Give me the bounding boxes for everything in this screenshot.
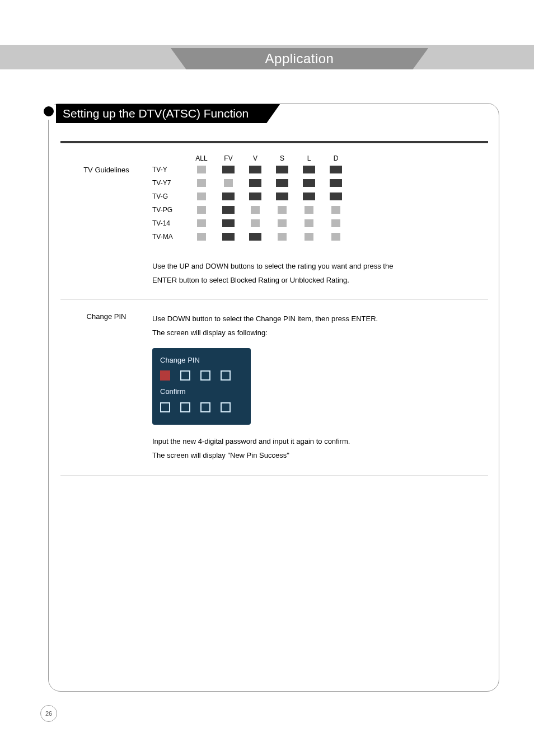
pin-panel-title: Change PIN: [160, 354, 243, 368]
rating-cell[interactable]: [296, 192, 322, 200]
table-row: TV-PG: [152, 206, 488, 214]
table-row: TV-Y7: [152, 179, 488, 187]
rating-cell[interactable]: [188, 192, 215, 200]
rating-cell[interactable]: [296, 166, 322, 173]
rating-cell[interactable]: [322, 206, 349, 214]
rating-cell[interactable]: [215, 233, 242, 241]
pin-entry-row: [160, 370, 243, 381]
rating-cell[interactable]: [215, 192, 242, 200]
unblocked-icon: [197, 219, 206, 227]
rating-cell[interactable]: [188, 166, 215, 173]
unblocked-icon: [305, 219, 313, 227]
change-pin-content: Use DOWN button to select the Change PIN…: [152, 312, 488, 462]
rating-cell[interactable]: [242, 179, 269, 187]
rating-cell[interactable]: [242, 192, 269, 200]
rating-cell[interactable]: [269, 192, 296, 200]
pin-line: Use DOWN button to select the Change PIN…: [152, 312, 488, 326]
rating-cell[interactable]: [269, 206, 296, 214]
unblocked-icon: [224, 179, 233, 187]
instruction-line: ENTER button to select Blocked Rating or…: [152, 274, 488, 288]
rating-cell[interactable]: [269, 179, 296, 187]
light-divider: [60, 475, 488, 476]
rating-cell[interactable]: [215, 219, 242, 227]
rating-row-label: TV-14: [152, 219, 188, 227]
rating-row-label: TV-G: [152, 192, 188, 200]
rating-cell[interactable]: [296, 233, 322, 241]
pin-digit-filled[interactable]: [160, 370, 170, 381]
blocked-icon: [276, 166, 288, 173]
unblocked-icon: [197, 179, 206, 187]
tv-guidelines-row: TV Guidelines ALL FV V S L D TV-YTV-Y7TV…: [60, 154, 488, 246]
tv-header-spacer: [152, 154, 188, 162]
section-bullet: [40, 103, 57, 120]
rating-cell[interactable]: [322, 192, 349, 200]
pin-digit-empty[interactable]: [180, 402, 190, 412]
rating-cell[interactable]: [215, 206, 242, 214]
rating-cell[interactable]: [322, 166, 349, 173]
tab-title: Application: [265, 51, 334, 67]
blocked-icon: [330, 166, 342, 173]
unblocked-icon: [251, 206, 260, 214]
rating-cell[interactable]: [296, 179, 322, 187]
table-row: TV-Y: [152, 166, 488, 173]
unblocked-icon: [197, 166, 206, 173]
tv-header-row: ALL FV V S L D: [152, 154, 488, 162]
rating-cell[interactable]: [242, 206, 269, 214]
section-title-bar: Setting up the DTV(ATSC) Function: [56, 104, 280, 123]
blocked-icon: [303, 192, 315, 200]
pin-after-line: The screen will display "New Pin Success…: [152, 449, 488, 463]
rating-cell[interactable]: [296, 219, 322, 227]
unblocked-icon: [331, 233, 340, 241]
blocked-icon: [222, 206, 235, 214]
col-header: V: [242, 154, 269, 162]
col-header: L: [296, 154, 322, 162]
blocked-icon: [330, 192, 342, 200]
rating-cell[interactable]: [215, 166, 242, 173]
unblocked-icon: [278, 206, 287, 214]
rating-cell[interactable]: [242, 219, 269, 227]
rating-cell[interactable]: [188, 206, 215, 214]
rating-row-label: TV-Y7: [152, 179, 188, 187]
unblocked-icon: [197, 192, 206, 200]
rating-cell[interactable]: [242, 233, 269, 241]
unblocked-icon: [331, 206, 340, 214]
rating-cell[interactable]: [296, 206, 322, 214]
pin-digit-empty[interactable]: [180, 370, 190, 381]
blocked-icon: [276, 192, 288, 200]
rating-cell[interactable]: [188, 233, 215, 241]
table-row: TV-G: [152, 192, 488, 200]
rating-cell[interactable]: [322, 233, 349, 241]
rating-cell[interactable]: [269, 166, 296, 173]
pin-digit-empty[interactable]: [200, 402, 210, 412]
tab-header: Application: [171, 48, 428, 69]
blocked-icon: [303, 179, 315, 187]
rating-cell[interactable]: [188, 219, 215, 227]
change-pin-panel: Change PIN Confirm: [152, 348, 251, 425]
rating-cell[interactable]: [242, 166, 269, 173]
col-header: FV: [215, 154, 242, 162]
pin-digit-empty[interactable]: [160, 402, 170, 412]
blocked-icon: [249, 179, 261, 187]
rating-cell[interactable]: [269, 219, 296, 227]
rating-row-label: TV-Y: [152, 166, 188, 173]
bullet-dot-icon: [44, 106, 54, 116]
pin-line: The screen will display as following:: [152, 326, 488, 340]
rating-cell[interactable]: [322, 219, 349, 227]
dark-divider: [60, 141, 488, 143]
unblocked-icon: [305, 233, 313, 241]
rating-cell[interactable]: [215, 179, 242, 187]
unblocked-icon: [197, 206, 206, 214]
rating-cell[interactable]: [188, 179, 215, 187]
tv-instruction: Use the UP and DOWN buttons to select th…: [152, 260, 488, 287]
unblocked-icon: [251, 219, 260, 227]
pin-digit-empty[interactable]: [200, 370, 210, 381]
col-header: S: [269, 154, 296, 162]
rating-cell[interactable]: [269, 233, 296, 241]
col-header: ALL: [188, 154, 215, 162]
blocked-icon: [222, 192, 235, 200]
pin-digit-empty[interactable]: [221, 402, 231, 412]
blocked-icon: [222, 166, 235, 173]
unblocked-icon: [331, 219, 340, 227]
pin-digit-empty[interactable]: [221, 370, 231, 381]
rating-cell[interactable]: [322, 179, 349, 187]
